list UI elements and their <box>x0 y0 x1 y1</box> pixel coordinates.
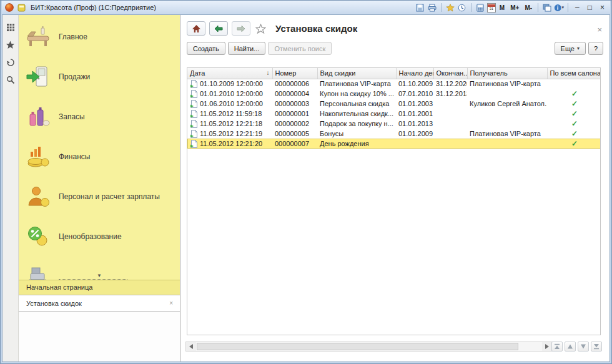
table-row[interactable]: 11.05.2012 12:21:18 000000002 Подарок за… <box>187 119 601 129</box>
sidebar-item-finance[interactable]: Финансы <box>19 139 180 175</box>
tab-close-icon[interactable]: × <box>167 300 175 307</box>
table-row[interactable]: 11.05.2012 11:59:18 000000001 Накопитель… <box>187 109 601 119</box>
cell-date: 11.05.2012 12:21:19 <box>187 129 272 139</box>
sidebar-item-sales[interactable]: Продажи <box>19 59 180 95</box>
windows-layout-icon[interactable] <box>542 3 552 12</box>
tabs-empty-area <box>19 312 180 362</box>
calendar-icon[interactable]: 31 <box>487 3 496 12</box>
minimize-button[interactable]: – <box>572 3 583 12</box>
cell-date: 01.06.2010 12:00:00 <box>187 99 272 109</box>
cell-recipient: Куликов Сергей Анатол... <box>467 99 547 109</box>
window-body: Главное Продажи Запасы <box>2 14 610 362</box>
start-page-item[interactable]: Начальная страница <box>19 280 180 295</box>
cell-all-salons: ✓ <box>547 139 601 149</box>
column-header-end[interactable]: Окончан... <box>433 68 467 79</box>
move-up-button[interactable] <box>565 342 576 352</box>
cell-date: 11.05.2012 11:59:18 <box>187 109 272 119</box>
cell-start <box>396 139 433 149</box>
table-row[interactable]: 11.05.2012 12:21:19 000000005 Бонусы 01.… <box>187 129 601 139</box>
cell-all-salons: ✓ <box>547 99 601 109</box>
cell-number: 000000005 <box>272 129 317 139</box>
cell-number: 000000006 <box>272 79 317 89</box>
memory-plus-button[interactable]: M+ <box>508 4 521 11</box>
sections-scroll-down-icon[interactable]: ▼ <box>19 273 180 279</box>
go-to-bottom-button[interactable] <box>591 342 602 352</box>
find-button[interactable]: Найти... <box>228 42 266 55</box>
forward-button[interactable] <box>232 21 250 36</box>
sidebar-item-inventory[interactable]: Запасы <box>19 99 180 135</box>
form-command-bar: Создать Найти... Отменить поиск Еще ▾ ? <box>180 38 610 60</box>
info-icon[interactable]: ▾ <box>554 3 564 12</box>
column-header-number[interactable]: Номер <box>272 68 317 79</box>
cell-start: 01.01.2001 <box>396 109 433 119</box>
posted-document-icon <box>190 90 198 98</box>
cell-all-salons: ✓ <box>547 109 601 119</box>
cell-end <box>433 119 467 129</box>
form-close-icon[interactable]: × <box>597 25 602 34</box>
cell-all-salons: ✓ <box>547 119 601 129</box>
memory-button[interactable]: M <box>498 4 506 11</box>
scroll-left-icon[interactable] <box>186 342 196 351</box>
table-row[interactable]: 01.10.2009 12:00:00 000000006 Платиновая… <box>187 79 601 89</box>
help-button[interactable]: ? <box>588 42 603 55</box>
cell-all-salons: ✓ <box>547 129 601 139</box>
sidebar-item-main[interactable]: Главное <box>19 19 180 55</box>
open-tab-discounts[interactable]: Установка скидок × <box>19 295 180 312</box>
menu-grid-icon[interactable] <box>6 22 16 32</box>
back-button[interactable] <box>209 21 228 36</box>
calculator-icon[interactable] <box>475 3 485 12</box>
titlebar-separator <box>441 3 442 12</box>
cell-recipient <box>467 109 547 119</box>
window-menu-icon[interactable] <box>16 2 26 12</box>
cell-recipient: Платиновая VIP-карта <box>467 79 547 89</box>
close-button[interactable]: × <box>597 3 608 12</box>
cell-end: 31.12.2013 <box>433 89 467 99</box>
calendar-day-label: 31 <box>490 7 494 11</box>
cell-recipient: Платиновая VIP-карта <box>467 129 547 139</box>
sidebar-item-label: Персонал и расчет зарплаты <box>59 192 160 202</box>
horizontal-scrollbar[interactable] <box>185 342 553 352</box>
column-header-date[interactable]: Дата ↓ <box>187 68 272 79</box>
app-logo-icon[interactable] <box>4 2 14 12</box>
table-row[interactable]: 01.06.2010 12:00:00 000000003 Персональн… <box>187 99 601 109</box>
more-button-label: Еще <box>561 45 575 52</box>
scroll-right-icon[interactable] <box>542 342 552 351</box>
discount-table: Дата ↓ Номер Вид скидки Начало дей... Ок… <box>187 67 601 335</box>
column-header-all-salons[interactable]: По всем салонам <box>547 68 601 79</box>
search-icon[interactable] <box>6 75 16 85</box>
cancel-search-button[interactable]: Отменить поиск <box>268 42 332 55</box>
favorites-star-icon[interactable] <box>6 40 16 50</box>
more-button[interactable]: Еще ▾ <box>555 42 586 55</box>
cell-number: 000000002 <box>272 119 317 129</box>
posted-document-icon <box>190 80 198 88</box>
column-header-recipient[interactable]: Получатель <box>467 68 547 79</box>
app-window: БИТ:Красота (Проф) (1С:Предприятие) 31 <box>0 0 612 364</box>
history-icon[interactable] <box>6 57 16 67</box>
print-icon[interactable] <box>427 3 437 12</box>
favorite-star-icon[interactable] <box>254 22 267 35</box>
sidebar-item-label: Главное <box>59 32 87 42</box>
sidebar-item-label: Запасы <box>59 112 85 122</box>
memory-minus-button[interactable]: M- <box>523 4 534 11</box>
sections-list: Главное Продажи Запасы <box>19 15 180 280</box>
sidebar-item-personnel[interactable]: Персонал и расчет зарплаты <box>19 179 180 215</box>
create-button[interactable]: Создать <box>187 42 225 55</box>
scrollbar-track[interactable] <box>196 342 542 351</box>
save-icon[interactable] <box>415 3 425 12</box>
posted-document-icon <box>190 100 198 108</box>
column-header-kind[interactable]: Вид скидки <box>317 68 396 79</box>
titlebar-separator <box>538 3 538 12</box>
scrollbar-thumb[interactable] <box>197 343 518 350</box>
sidebar-item-pricing[interactable]: Ценообразование <box>19 219 180 255</box>
go-to-top-button[interactable] <box>551 342 563 352</box>
home-button[interactable] <box>187 21 205 36</box>
cell-date: 11.05.2012 12:21:18 <box>187 119 272 129</box>
favorites-star-icon[interactable] <box>445 3 455 12</box>
table-row[interactable]: 01.01.2010 12:00:00 000000004 Купон на с… <box>187 89 601 99</box>
posted-document-icon <box>190 120 198 128</box>
column-header-start[interactable]: Начало дей... <box>396 68 433 79</box>
maximize-button[interactable]: □ <box>585 3 595 12</box>
history-clock-icon[interactable] <box>457 3 467 12</box>
move-down-button[interactable] <box>578 342 589 352</box>
table-row-selected[interactable]: 11.05.2012 12:21:20 000000007 День рожде… <box>187 139 601 149</box>
